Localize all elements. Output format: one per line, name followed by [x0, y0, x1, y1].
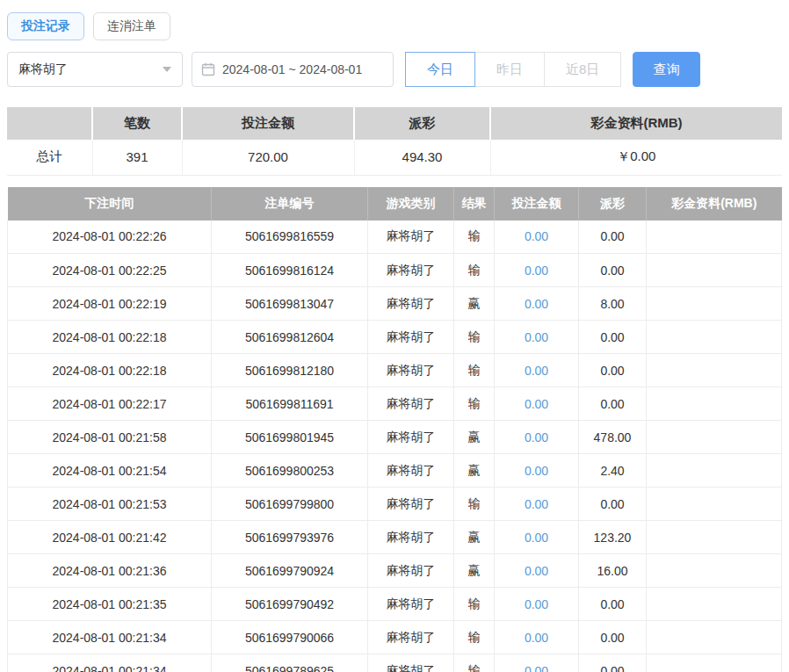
bet-amount-link[interactable]: 0.00 [525, 229, 548, 243]
total-label: 总计 [7, 140, 92, 175]
header-bonus: 彩金资料(RMB) [647, 187, 782, 220]
tab-betting-records[interactable]: 投注记录 [7, 12, 84, 40]
bonus-cell [647, 554, 782, 588]
summary-header-count: 笔数 [92, 107, 182, 140]
result-cell: 输 [454, 588, 495, 621]
header-payout: 派彩 [579, 187, 647, 220]
payout-cell: 0.00 [579, 354, 647, 387]
bet-time-cell: 2024-08-01 00:22:17 [8, 387, 212, 421]
bet-time-cell: 2024-08-01 00:22:26 [8, 220, 212, 254]
bet-amount-link[interactable]: 0.00 [525, 597, 548, 611]
quick-date-buttons: 今日 昨日 近8日 [405, 52, 621, 87]
order-id-cell: 5061699799800 [212, 488, 368, 521]
order-id-cell: 5061699790066 [212, 621, 368, 654]
date-range-value: 2024-08-01 ~ 2024-08-01 [222, 62, 362, 76]
result-cell: 输 [454, 621, 495, 654]
table-row: 2024-08-01 00:22:265061699816559麻将胡了输0.0… [8, 220, 782, 254]
total-bet-amount: 720.00 [182, 140, 354, 175]
table-row: 2024-08-01 00:21:355061699790492麻将胡了输0.0… [8, 588, 782, 621]
tab-cancelled-orders[interactable]: 连消注单 [93, 12, 170, 40]
bonus-cell [647, 254, 782, 287]
bet-time-cell: 2024-08-01 00:21:58 [8, 421, 212, 454]
total-bonus: ￥0.00 [490, 140, 782, 175]
payout-cell: 478.00 [579, 421, 647, 454]
bet-amount-link[interactable]: 0.00 [525, 264, 548, 278]
bet-amount-link[interactable]: 0.00 [525, 330, 548, 344]
order-id-cell: 5061699816559 [212, 220, 368, 254]
table-row: 2024-08-01 00:21:365061699790924麻将胡了赢0.0… [8, 554, 782, 588]
betting-records-page: 投注记录 连消注单 麻将胡了 2024-08-01 ~ 2024-08-01 今… [0, 0, 789, 672]
records-header-row: 下注时间 注单编号 游戏类别 结果 投注金额 派彩 彩金资料(RMB) [8, 187, 782, 220]
bet-amount-link[interactable]: 0.00 [525, 497, 548, 511]
result-cell: 输 [454, 654, 495, 672]
result-cell: 赢 [454, 287, 495, 321]
bet-time-cell: 2024-08-01 00:21:34 [8, 654, 212, 672]
bonus-cell [647, 321, 782, 354]
header-order-id: 注单编号 [212, 187, 368, 220]
game-type-cell: 麻将胡了 [368, 387, 454, 421]
game-type-cell: 麻将胡了 [368, 621, 454, 654]
bet-time-cell: 2024-08-01 00:21:34 [8, 621, 212, 654]
result-cell: 输 [454, 254, 495, 287]
payout-cell: 0.00 [579, 588, 647, 621]
bet-amount-cell: 0.00 [495, 488, 579, 521]
game-type-select[interactable]: 麻将胡了 [7, 52, 183, 87]
game-type-cell: 麻将胡了 [368, 321, 454, 354]
bet-amount-cell: 0.00 [495, 387, 579, 421]
bet-amount-link[interactable]: 0.00 [525, 430, 548, 444]
total-count: 391 [92, 140, 182, 175]
yesterday-button[interactable]: 昨日 [474, 52, 545, 87]
bet-amount-cell: 0.00 [495, 321, 579, 354]
bonus-cell [647, 654, 782, 672]
order-id-cell: 5061699811691 [212, 387, 368, 421]
result-cell: 输 [454, 354, 495, 387]
filter-bar: 麻将胡了 2024-08-01 ~ 2024-08-01 今日 昨日 近8日 查… [7, 52, 782, 87]
summary-header-payout: 派彩 [354, 107, 490, 140]
summary-header-row: 笔数 投注金额 派彩 彩金资料(RMB) [7, 107, 782, 140]
result-cell: 输 [454, 321, 495, 354]
bet-amount-link[interactable]: 0.00 [525, 464, 548, 478]
order-id-cell: 5061699816124 [212, 254, 368, 287]
bet-amount-link[interactable]: 0.00 [525, 297, 548, 311]
payout-cell: 0.00 [579, 654, 647, 672]
bet-time-cell: 2024-08-01 00:21:36 [8, 554, 212, 588]
search-button[interactable]: 查询 [633, 52, 700, 87]
bet-time-cell: 2024-08-01 00:22:18 [8, 321, 212, 354]
bonus-cell [647, 588, 782, 621]
game-type-cell: 麻将胡了 [368, 454, 454, 488]
bet-amount-link[interactable]: 0.00 [525, 664, 548, 672]
summary-table: 笔数 投注金额 派彩 彩金资料(RMB) 总计 391 720.00 494.3… [7, 107, 782, 176]
bet-amount-cell: 0.00 [495, 588, 579, 621]
last-8-days-button[interactable]: 近8日 [544, 52, 621, 87]
table-row: 2024-08-01 00:21:585061699801945麻将胡了赢0.0… [8, 421, 782, 454]
date-range-input[interactable]: 2024-08-01 ~ 2024-08-01 [192, 52, 394, 87]
game-type-cell: 麻将胡了 [368, 521, 454, 554]
table-row: 2024-08-01 00:22:185061699812604麻将胡了输0.0… [8, 321, 782, 354]
records-table: 下注时间 注单编号 游戏类别 结果 投注金额 派彩 彩金资料(RMB) 2024… [7, 187, 782, 672]
order-id-cell: 5061699793976 [212, 521, 368, 554]
payout-cell: 0.00 [579, 254, 647, 287]
payout-cell: 123.20 [579, 521, 647, 554]
bet-amount-link[interactable]: 0.00 [525, 631, 548, 645]
game-type-cell: 麻将胡了 [368, 220, 454, 254]
table-row: 2024-08-01 00:22:195061699813047麻将胡了赢0.0… [8, 287, 782, 321]
order-id-cell: 5061699801945 [212, 421, 368, 454]
header-result: 结果 [454, 187, 495, 220]
game-type-value: 麻将胡了 [18, 61, 68, 77]
bet-amount-link[interactable]: 0.00 [525, 364, 548, 378]
bet-amount-cell: 0.00 [495, 220, 579, 254]
bonus-cell [647, 621, 782, 654]
table-row: 2024-08-01 00:21:345061699789625麻将胡了输0.0… [8, 654, 782, 672]
game-type-cell: 麻将胡了 [368, 588, 454, 621]
bet-amount-link[interactable]: 0.00 [525, 564, 548, 578]
result-cell: 输 [454, 220, 495, 254]
payout-cell: 0.00 [579, 321, 647, 354]
payout-cell: 2.40 [579, 454, 647, 488]
bet-amount-cell: 0.00 [495, 287, 579, 321]
table-row: 2024-08-01 00:21:425061699793976麻将胡了赢0.0… [8, 521, 782, 554]
bet-amount-link[interactable]: 0.00 [525, 531, 548, 545]
bet-amount-link[interactable]: 0.00 [525, 397, 548, 411]
bet-amount-cell: 0.00 [495, 421, 579, 454]
today-button[interactable]: 今日 [405, 52, 475, 87]
bonus-cell [647, 421, 782, 454]
